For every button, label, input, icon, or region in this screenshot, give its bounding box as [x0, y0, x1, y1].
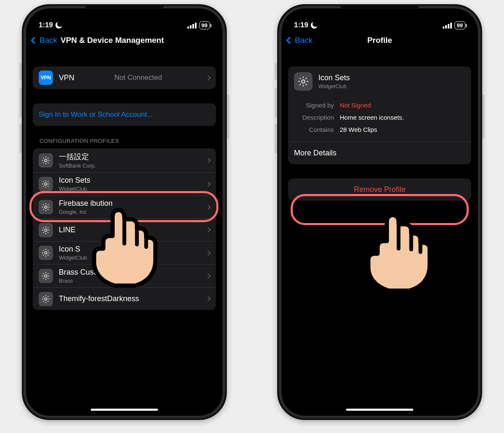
dnd-moon-icon: [311, 22, 318, 29]
vpn-row[interactable]: VPN VPN Not Connected: [33, 66, 216, 89]
side-button: [482, 94, 485, 139]
profile-row[interactable]: Brass Custom Icons Brass: [33, 264, 216, 287]
remove-profile-button[interactable]: Remove Profile: [288, 178, 471, 201]
gear-icon: [39, 292, 53, 306]
profile-row[interactable]: Firebase ibution Google, Inc: [33, 195, 216, 218]
info-label: Contains: [294, 126, 334, 133]
signin-row[interactable]: Sign In to Work or School Account...: [33, 103, 216, 126]
chevron-left-icon: [286, 37, 294, 44]
profile-row-iconsets[interactable]: Icon Sets WidgetClub: [33, 172, 216, 195]
chevron-left-icon: [31, 37, 38, 44]
profile-title: Brass Custom Icons: [59, 268, 126, 277]
status-bar: 1:19 99: [27, 9, 222, 31]
gear-icon: [39, 200, 53, 214]
info-label: Description: [294, 114, 334, 121]
dnd-moon-icon: [55, 22, 62, 29]
vpn-status: Not Connected: [114, 73, 162, 82]
gear-icon: [39, 246, 53, 260]
chevron-right-icon: [205, 157, 211, 163]
gear-icon: [39, 177, 53, 191]
profile-title: 一括設定: [59, 152, 96, 162]
vpn-label: VPN: [59, 73, 74, 82]
profile-row[interactable]: Icon S WidgetClub: [33, 241, 216, 264]
chevron-right-icon: [205, 205, 211, 210]
profile-row[interactable]: Themify-forestDarkness: [33, 287, 216, 310]
status-bar: 1:19 99: [282, 9, 477, 31]
back-label: Back: [39, 36, 57, 45]
status-time: 1:19: [39, 21, 53, 29]
phone-right: 1:19 99 Back Profile: [277, 4, 482, 420]
side-button: [227, 94, 229, 139]
gear-icon: [39, 223, 53, 237]
page-title: VPN & Device Management: [60, 36, 164, 45]
profile-sub: WidgetClub: [318, 83, 350, 89]
battery-icon: 99: [454, 21, 465, 29]
profile-title: LINE: [59, 226, 76, 234]
back-button[interactable]: Back: [287, 36, 312, 45]
profile-header: Icon Sets WidgetClub: [288, 66, 471, 97]
profile-sub: WidgetClub: [59, 186, 90, 192]
gear-icon: [39, 153, 53, 168]
home-indicator[interactable]: [346, 409, 413, 411]
profile-title: Themify-forestDarkness: [59, 294, 139, 303]
chevron-right-icon: [205, 75, 211, 81]
info-value-contains: 28 Web Clips: [340, 126, 377, 133]
home-indicator[interactable]: [91, 409, 158, 411]
profile-title: Firebase ibution: [59, 199, 113, 208]
signin-label: Sign In to Work or School Account...: [39, 110, 153, 119]
chevron-right-icon: [205, 181, 211, 187]
gear-icon: [39, 269, 53, 283]
profile-sub: WidgetClub: [59, 255, 87, 261]
profile-row[interactable]: LINE: [33, 218, 216, 241]
profile-info: Signed by Not Signed Description Home sc…: [288, 97, 471, 142]
signal-icon: [443, 23, 452, 29]
profile-sub: Brass: [59, 278, 126, 284]
remove-profile-label: Remove Profile: [354, 185, 405, 194]
chevron-right-icon: [205, 227, 211, 233]
back-button[interactable]: Back: [32, 36, 57, 45]
info-value-description: Home screen iconsets.: [340, 114, 404, 121]
more-details-row[interactable]: More Details: [288, 142, 471, 164]
nav-bar: Back Profile: [282, 31, 477, 52]
battery-icon: 99: [199, 21, 210, 29]
chevron-right-icon: [205, 250, 211, 256]
status-time: 1:19: [294, 21, 308, 29]
back-label: Back: [295, 36, 312, 45]
gear-icon: [294, 72, 312, 91]
chevron-right-icon: [205, 273, 211, 279]
profile-sub: Google, Inc: [59, 209, 113, 215]
profile-title: Icon Sets: [318, 73, 350, 82]
profile-title: Icon S: [59, 245, 87, 254]
profile-sub: SoftBank Corp.: [59, 163, 96, 169]
section-header: CONFIGURATION PROFILES: [33, 126, 216, 148]
vpn-badge-icon: VPN: [39, 71, 53, 85]
info-value-signed: Not Signed: [340, 102, 371, 109]
profile-title: Icon Sets: [59, 176, 90, 185]
nav-bar: Back VPN & Device Management: [27, 31, 222, 52]
more-details-label: More Details: [294, 149, 336, 157]
signal-icon: [187, 23, 197, 29]
chevron-right-icon: [205, 296, 211, 302]
phone-left: 1:19 99 Back VPN & Device Management: [22, 4, 227, 420]
info-label: Signed by: [294, 102, 334, 109]
profile-row[interactable]: 一括設定 SoftBank Corp.: [33, 148, 216, 172]
